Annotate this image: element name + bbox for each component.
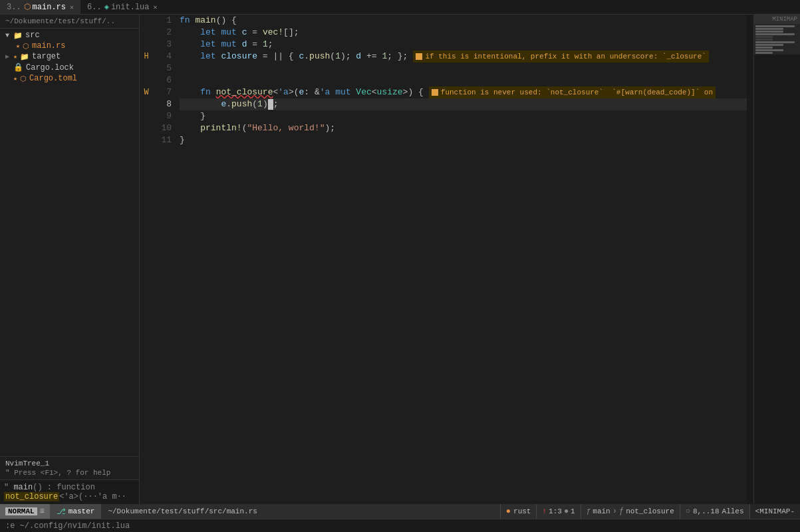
code-editor[interactable]: fn main() { let mut c = vec![]; let mut … — [177, 15, 747, 504]
cargo-toml-label: Cargo.toml — [29, 74, 77, 83]
sidebar-spacer — [0, 244, 139, 457]
not-closure-fn-name: not_closure — [216, 86, 273, 98]
code-line-6 — [180, 74, 747, 86]
lang-label: rust — [513, 507, 531, 515]
code-area[interactable]: H W 1 2 3 4 5 6 7 8 9 10 11 — [140, 15, 800, 504]
line-numbers: 1 2 3 4 5 6 7 8 9 10 11 — [153, 15, 177, 504]
git-branch-icon: ⎇ — [57, 507, 66, 517]
punct-1: () { — [216, 15, 237, 27]
func-main: main — [593, 507, 610, 515]
file-tree: ▼ 📁 src ★ ⬡ main.rs ▶ ★ 📁 target 🔒 Cargo… — [0, 29, 139, 244]
vim-tab-init-lua[interactable]: 6.. ◈ init.lua ✕ — [80, 0, 164, 14]
ln-2: 2 — [156, 27, 172, 39]
gutter-2 — [140, 27, 153, 39]
minimap: MINIMAP — [753, 15, 800, 504]
mode-indicator: NORMAL — [5, 507, 37, 515]
star-icon-toml: ★ — [13, 74, 17, 82]
ln-7: 7 — [156, 86, 172, 98]
ln-1: 1 — [156, 15, 172, 27]
text-cursor — [268, 99, 273, 110]
code-line-3: let mut d = 1; — [180, 39, 747, 51]
bottom-fn-line: " main() : function — [4, 483, 135, 492]
not-closure-highlight: not_closure — [4, 492, 59, 501]
vim-tab-bar: 3.. ⬡ main.rs ✕ 6.. ◈ init.lua ✕ — [0, 0, 800, 15]
main-area: ~/Dokumente/test/stuff/.. ▼ 📁 src ★ ⬡ ma… — [0, 15, 800, 504]
gutter-9 — [140, 110, 153, 122]
tab-label-lua: init.lua — [111, 3, 150, 12]
sidebar-help-text: " Press <F1>, ? for help — [5, 469, 134, 477]
tree-item-main-rs[interactable]: ★ ⬡ main.rs — [0, 41, 139, 51]
tree-item-src[interactable]: ▼ 📁 src — [0, 30, 139, 41]
gutter-10 — [140, 122, 153, 134]
code-line-11: } — [180, 134, 747, 146]
status-func-context: ƒ main › ƒ not_closure — [581, 504, 680, 519]
lua-file-icon: ◈ — [104, 2, 109, 12]
status-right-group: ● rust ! 1:3 ● 1 ƒ main › ƒ not_closure … — [500, 504, 800, 519]
status-lang: ● rust — [500, 504, 537, 519]
code-line-4: let closure = || { c.push(1); d += 1; };… — [180, 51, 747, 63]
gutter-11 — [140, 134, 153, 146]
main-fn-label: main — [13, 483, 33, 492]
tab-number-lua: 6.. — [87, 3, 102, 12]
tab-number: 3.. — [7, 3, 21, 12]
gutter-8 — [140, 98, 153, 110]
cargo-lock-label: Cargo.lock — [26, 63, 74, 72]
gutter-6 — [140, 74, 153, 86]
func-icon: ƒ — [587, 507, 591, 515]
sidebar: ~/Dokumente/test/stuff/.. ▼ 📁 src ★ ⬡ ma… — [0, 15, 140, 504]
git-branch: master — [68, 507, 95, 515]
sidebar-bottom-code: " main() : function not_closure<'a>(···'… — [0, 479, 139, 504]
warn-icon-7 — [432, 89, 438, 96]
gutter: H W — [140, 15, 153, 504]
ln-3: 3 — [156, 39, 172, 51]
scroll-pct: Alles — [722, 507, 744, 515]
tab-label: main.rs — [33, 3, 66, 12]
function-never-text: function is never — [441, 88, 515, 96]
fn-main: main — [195, 15, 215, 27]
rust-icon-main: ⬡ — [23, 42, 29, 51]
sidebar-path: ~/Dokumente/test/stuff/.. — [0, 15, 139, 29]
status-mode: NORMAL ≡ — [0, 504, 50, 519]
status-bar: NORMAL ≡ ⎇ master ~/Dokumente/test/stuff… — [0, 504, 800, 519]
status-position: ! 1:3 ● 1 — [536, 504, 580, 519]
pos-exclaim: ! — [542, 507, 547, 515]
tab-close-icon[interactable]: ✕ — [70, 3, 74, 11]
target-label: target — [32, 52, 61, 61]
sidebar-bottom: NvimTree_1 " Press <F1>, ? for help — [0, 456, 139, 479]
lock-icon: 🔒 — [13, 63, 23, 72]
scroll-circle-icon: ○ — [686, 507, 690, 516]
ln-6: 6 — [156, 74, 172, 86]
func-not-closure: not_closure — [626, 507, 674, 515]
diag-warn-7: function is never used: `not_closure` `#… — [429, 86, 716, 98]
code-line-8: e.push(1); — [180, 98, 747, 110]
gutter-5 — [140, 63, 153, 74]
status-minimap-label: <MINIMAP- — [749, 504, 800, 519]
warn-icon-4 — [416, 53, 422, 60]
ln-5: 5 — [156, 63, 172, 74]
minimap-viewport — [754, 15, 800, 55]
star-icon-main: ★ — [16, 42, 20, 50]
main-rs-label: main.rs — [32, 41, 65, 51]
code-line-2: let mut c = vec![]; — [180, 27, 747, 39]
tab-close-lua-icon[interactable]: ✕ — [154, 3, 158, 11]
second-status-text: :e ~/.config/nvim/init.lua — [5, 521, 130, 531]
mode-icon: ≡ — [40, 507, 45, 516]
ln-9: 9 — [156, 110, 172, 122]
tree-item-cargo-lock[interactable]: 🔒 Cargo.lock — [0, 62, 139, 73]
scroll-text: 8,..18 — [693, 507, 720, 515]
minimap-label-text: <MINIMAP- — [755, 507, 795, 515]
rust-file-icon: ⬡ — [24, 2, 31, 12]
code-line-9: } — [180, 110, 747, 122]
tree-item-cargo-toml[interactable]: ★ ⬡ Cargo.toml — [0, 73, 139, 84]
vim-tab-main-rs[interactable]: 3.. ⬡ main.rs ✕ — [0, 0, 80, 14]
gutter-4: H — [140, 51, 153, 63]
scroll-bar[interactable] — [747, 15, 753, 504]
toml-icon: ⬡ — [20, 74, 27, 83]
func-icon-2: ƒ — [619, 507, 624, 516]
tree-item-target[interactable]: ▶ ★ 📁 target — [0, 51, 139, 62]
second-status-bar: :e ~/.config/nvim/init.lua — [0, 519, 800, 532]
gutter-3 — [140, 39, 153, 51]
code-line-7: fn not_closure<'a>(e: &'a mut Vec<usize>… — [180, 86, 747, 98]
folder-icon-src: 📁 — [13, 31, 23, 40]
code-line-10: println!("Hello, world!"); — [180, 122, 747, 134]
